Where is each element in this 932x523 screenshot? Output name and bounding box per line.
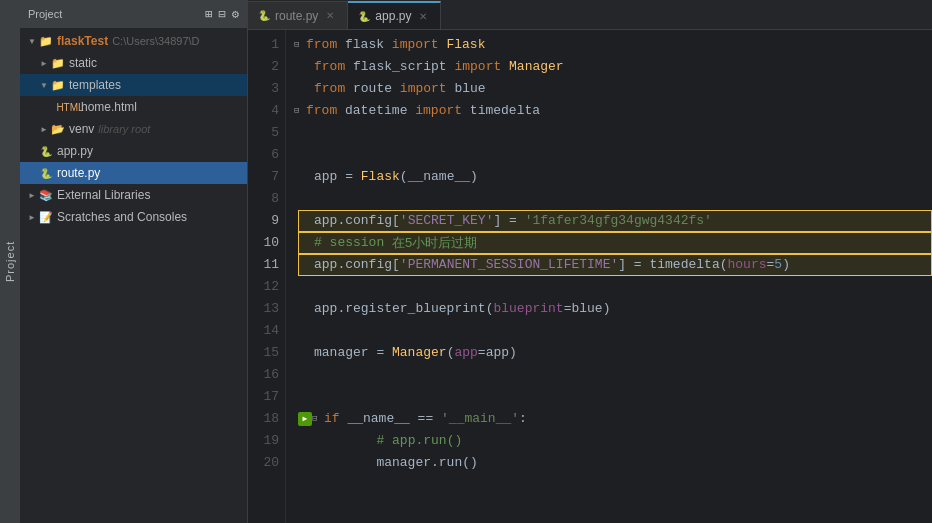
code-line-6 [298,144,932,166]
scratches-icon: 📝 [38,209,54,225]
code-line-15: manager = Manager(app=app) [298,342,932,364]
sidebar-item-external-libraries[interactable]: ► 📚 External Libraries [20,184,247,206]
code-text [314,430,376,452]
code-content[interactable]: ⊟ from flask import Flask from flask_scr… [286,30,932,523]
python-icon: 🐍 [38,143,54,159]
sidebar: Project ⊞ ⊟ ⚙ ▼ 📁 flaskTest C:\Users\348… [20,0,248,523]
fold-icon[interactable]: ⊟ [294,100,306,122]
code-text: flask_script [345,56,454,78]
code-text: ) [782,254,790,276]
fold-icon[interactable]: ⊟ [312,408,324,430]
settings-icon[interactable]: ⚙ [232,7,239,22]
python-icon: 🐍 [38,165,54,181]
code-text: timedelta [462,100,540,122]
file-tree: ▼ 📁 flaskTest C:\Users\34897\D ► 📁 stati… [20,28,247,523]
code-text: app.config[ [314,254,400,276]
tab-app-py[interactable]: 🐍 app.py ✕ [348,1,441,29]
function-name: Manager [392,342,447,364]
project-name: flaskTest [57,34,108,48]
expand-all-icon[interactable]: ⊞ [205,7,212,22]
venv-label: venv [69,122,94,136]
code-line-5 [298,122,932,144]
code-line-16 [298,364,932,386]
arrow-icon: ► [38,57,50,69]
code-text: app.register_blueprint( [314,298,493,320]
comment: # app.run() [376,430,462,452]
python-tab-icon: 🐍 [258,10,270,21]
config-key: 'PERMANENT_SESSION_LIFETIME' [400,254,618,276]
folder-icon: 📁 [50,77,66,93]
sidebar-item-route-py[interactable]: 🐍 route.py [20,162,247,184]
code-line-20: manager.run() [298,452,932,474]
code-line-8 [298,188,932,210]
keyword: from [306,34,337,56]
sidebar-item-home-html[interactable]: HTML home.html [20,96,247,118]
code-text: = [767,254,775,276]
code-text: ] = timedelta( [618,254,727,276]
class-name: Flask [446,34,485,56]
fold-icon[interactable]: ⊟ [294,34,306,56]
code-text: blue [447,78,486,100]
static-label: static [69,56,97,70]
code-text: flask [337,34,392,56]
app-tab-label: app.py [375,9,411,23]
code-line-18: ▶ ⊟ if __name__ == '__main__': [298,408,932,430]
param-name: blueprint [493,298,563,320]
keyword: import [392,34,439,56]
app-py-label: app.py [57,144,93,158]
code-text: ( [400,166,408,188]
sidebar-item-static[interactable]: ► 📁 static [20,52,247,74]
code-line-11: app.config['PERMANENT_SESSION_LIFETIME']… [298,254,932,276]
arrow-icon: ► [26,189,38,201]
code-text: __name__ == [340,408,441,430]
param-name: hours [727,254,766,276]
keyword: from [306,100,337,122]
code-text: __name__ [408,166,470,188]
sidebar-item-venv[interactable]: ► 📂 venv library root [20,118,247,140]
venv-sub: library root [98,123,150,135]
sidebar-item-scratches[interactable]: ► 📝 Scratches and Consoles [20,206,247,228]
run-button[interactable]: ▶ [298,412,312,426]
code-text [439,34,447,56]
code-text: datetime [337,100,415,122]
home-html-label: home.html [81,100,137,114]
code-text: manager = [314,342,392,364]
string-value: '__main__' [441,408,519,430]
html-icon: HTML [62,99,78,115]
code-line-13: app.register_blueprint(blueprint=blue) [298,298,932,320]
collapse-all-icon[interactable]: ⊟ [219,7,226,22]
app-tab-close[interactable]: ✕ [416,9,430,23]
code-text [501,56,509,78]
string-value: '1fafer34gfg34gwg4342fs' [525,210,712,232]
param-name: app [454,342,477,364]
code-line-12 [298,276,932,298]
code-line-9: app.config['SECRET_KEY'] = '1fafer34gfg3… [298,210,932,232]
arrow-icon: ▼ [38,79,50,91]
project-panel-label[interactable]: Project [0,0,20,523]
route-tab-close[interactable]: ✕ [323,9,337,23]
code-text: manager.run() [314,452,478,474]
tab-route-py[interactable]: 🐍 route.py ✕ [248,1,348,29]
sidebar-item-templates[interactable]: ▼ 📁 templates [20,74,247,96]
code-line-1: ⊟ from flask import Flask [298,34,932,56]
keyword: import [454,56,501,78]
number-value: 5 [774,254,782,276]
code-text: route [345,78,400,100]
code-text: app.config[ [314,210,400,232]
external-libs-label: External Libraries [57,188,150,202]
route-tab-label: route.py [275,9,318,23]
code-text: ( [447,342,455,364]
code-line-19: # app.run() [298,430,932,452]
code-line-17 [298,386,932,408]
line-numbers: 1 2 3 4 5 6 7 8 9 10 11 12 13 14 15 16 1… [248,30,286,523]
code-line-14 [298,320,932,342]
config-key: 'SECRET_KEY' [400,210,494,232]
lib-icon: 📚 [38,187,54,203]
sidebar-item-flasktest[interactable]: ▼ 📁 flaskTest C:\Users\34897\D [20,30,247,52]
tabs-bar: 🐍 route.py ✕ 🐍 app.py ✕ [248,0,932,30]
comment: # session [314,232,392,254]
class-name: Manager [509,56,564,78]
sidebar-item-app-py[interactable]: 🐍 app.py [20,140,247,162]
arrow-icon: ▼ [26,35,38,47]
venv-icon: 📂 [50,121,66,137]
